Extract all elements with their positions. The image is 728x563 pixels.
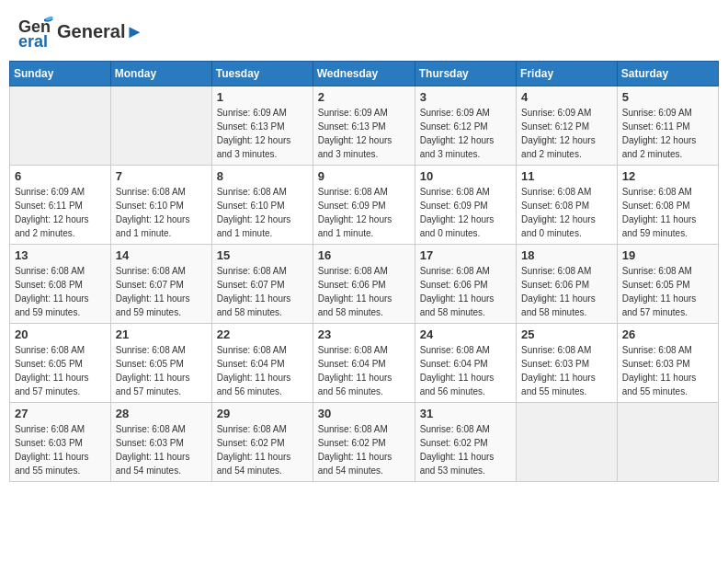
calendar-cell: 19Sunrise: 6:08 AM Sunset: 6:05 PM Dayli…	[617, 245, 718, 324]
day-info: Sunrise: 6:09 AM Sunset: 6:13 PM Dayligh…	[217, 106, 308, 161]
day-number: 15	[217, 248, 308, 262]
day-info: Sunrise: 6:08 AM Sunset: 6:03 PM Dayligh…	[15, 422, 106, 477]
day-number: 8	[217, 169, 308, 183]
day-number: 16	[318, 248, 410, 262]
day-number: 11	[521, 169, 612, 183]
day-info: Sunrise: 6:08 AM Sunset: 6:04 PM Dayligh…	[420, 343, 511, 398]
calendar-cell: 17Sunrise: 6:08 AM Sunset: 6:06 PM Dayli…	[415, 245, 516, 324]
day-info: Sunrise: 6:08 AM Sunset: 6:03 PM Dayligh…	[622, 343, 713, 398]
day-info: Sunrise: 6:08 AM Sunset: 6:05 PM Dayligh…	[15, 343, 106, 398]
day-number: 17	[420, 248, 511, 262]
calendar-cell: 16Sunrise: 6:08 AM Sunset: 6:06 PM Dayli…	[313, 245, 415, 324]
day-number: 18	[521, 248, 612, 262]
calendar-cell: 3Sunrise: 6:09 AM Sunset: 6:12 PM Daylig…	[415, 86, 516, 166]
day-number: 27	[15, 407, 106, 420]
day-number: 2	[318, 90, 410, 104]
day-number: 26	[622, 327, 713, 341]
day-info: Sunrise: 6:08 AM Sunset: 6:06 PM Dayligh…	[420, 264, 511, 319]
weekday-header-wednesday: Wednesday	[313, 62, 415, 86]
day-number: 31	[420, 407, 511, 420]
day-number: 13	[15, 248, 106, 262]
calendar-cell: 8Sunrise: 6:08 AM Sunset: 6:10 PM Daylig…	[211, 166, 313, 245]
calendar-cell: 15Sunrise: 6:08 AM Sunset: 6:07 PM Dayli…	[211, 245, 313, 324]
logo: Gen eral General►	[18, 14, 143, 49]
day-number: 6	[15, 169, 106, 183]
calendar-cell	[110, 86, 211, 166]
day-info: Sunrise: 6:08 AM Sunset: 6:03 PM Dayligh…	[116, 422, 207, 477]
day-number: 3	[420, 90, 511, 104]
day-info: Sunrise: 6:08 AM Sunset: 6:10 PM Dayligh…	[217, 185, 308, 240]
day-info: Sunrise: 6:08 AM Sunset: 6:08 PM Dayligh…	[15, 264, 106, 319]
day-info: Sunrise: 6:08 AM Sunset: 6:10 PM Dayligh…	[116, 185, 207, 240]
calendar-cell: 11Sunrise: 6:08 AM Sunset: 6:08 PM Dayli…	[517, 166, 618, 245]
calendar-cell: 22Sunrise: 6:08 AM Sunset: 6:04 PM Dayli…	[211, 324, 313, 403]
day-number: 10	[420, 169, 511, 183]
calendar-cell: 29Sunrise: 6:08 AM Sunset: 6:02 PM Dayli…	[211, 403, 313, 482]
calendar-cell: 26Sunrise: 6:08 AM Sunset: 6:03 PM Dayli…	[617, 324, 718, 403]
day-number: 29	[217, 407, 308, 420]
calendar-cell: 21Sunrise: 6:08 AM Sunset: 6:05 PM Dayli…	[110, 324, 211, 403]
day-number: 24	[420, 327, 511, 341]
calendar-cell	[617, 403, 718, 482]
calendar-cell: 23Sunrise: 6:08 AM Sunset: 6:04 PM Dayli…	[313, 324, 415, 403]
weekday-header-saturday: Saturday	[617, 62, 718, 86]
logo-icon: Gen eral	[18, 14, 53, 49]
day-number: 25	[521, 327, 612, 341]
day-number: 20	[15, 327, 106, 341]
calendar-cell: 1Sunrise: 6:09 AM Sunset: 6:13 PM Daylig…	[211, 86, 313, 166]
day-number: 1	[217, 90, 308, 104]
calendar-cell: 7Sunrise: 6:08 AM Sunset: 6:10 PM Daylig…	[110, 166, 211, 245]
day-info: Sunrise: 6:08 AM Sunset: 6:05 PM Dayligh…	[622, 264, 713, 319]
day-number: 30	[318, 407, 410, 420]
day-number: 28	[116, 407, 207, 420]
day-info: Sunrise: 6:09 AM Sunset: 6:13 PM Dayligh…	[318, 106, 410, 161]
calendar-cell: 12Sunrise: 6:08 AM Sunset: 6:08 PM Dayli…	[617, 166, 718, 245]
calendar-cell: 10Sunrise: 6:08 AM Sunset: 6:09 PM Dayli…	[415, 166, 516, 245]
calendar-cell	[10, 86, 111, 166]
day-info: Sunrise: 6:08 AM Sunset: 6:07 PM Dayligh…	[217, 264, 308, 319]
day-info: Sunrise: 6:08 AM Sunset: 6:09 PM Dayligh…	[318, 185, 410, 240]
day-info: Sunrise: 6:08 AM Sunset: 6:04 PM Dayligh…	[217, 343, 308, 398]
day-info: Sunrise: 6:08 AM Sunset: 6:06 PM Dayligh…	[318, 264, 410, 319]
calendar-cell: 31Sunrise: 6:08 AM Sunset: 6:02 PM Dayli…	[415, 403, 516, 482]
calendar-table: SundayMondayTuesdayWednesdayThursdayFrid…	[9, 61, 719, 482]
weekday-header-friday: Friday	[517, 62, 618, 86]
day-number: 9	[318, 169, 410, 183]
logo-text-line1: General►	[57, 21, 143, 41]
calendar-cell: 28Sunrise: 6:08 AM Sunset: 6:03 PM Dayli…	[110, 403, 211, 482]
calendar-cell: 6Sunrise: 6:09 AM Sunset: 6:11 PM Daylig…	[10, 166, 111, 245]
weekday-header-thursday: Thursday	[415, 62, 516, 86]
day-number: 5	[622, 90, 713, 104]
day-info: Sunrise: 6:08 AM Sunset: 6:02 PM Dayligh…	[217, 422, 308, 477]
day-info: Sunrise: 6:08 AM Sunset: 6:06 PM Dayligh…	[521, 264, 612, 319]
weekday-header-tuesday: Tuesday	[211, 62, 313, 86]
day-info: Sunrise: 6:09 AM Sunset: 6:11 PM Dayligh…	[622, 106, 713, 161]
day-info: Sunrise: 6:08 AM Sunset: 6:08 PM Dayligh…	[521, 185, 612, 240]
day-info: Sunrise: 6:08 AM Sunset: 6:08 PM Dayligh…	[622, 185, 713, 240]
day-number: 7	[116, 169, 207, 183]
day-number: 4	[521, 90, 612, 104]
day-info: Sunrise: 6:08 AM Sunset: 6:03 PM Dayligh…	[521, 343, 612, 398]
calendar-cell: 30Sunrise: 6:08 AM Sunset: 6:02 PM Dayli…	[313, 403, 415, 482]
day-info: Sunrise: 6:08 AM Sunset: 6:05 PM Dayligh…	[116, 343, 207, 398]
calendar-cell: 14Sunrise: 6:08 AM Sunset: 6:07 PM Dayli…	[110, 245, 211, 324]
day-info: Sunrise: 6:08 AM Sunset: 6:02 PM Dayligh…	[318, 422, 410, 477]
weekday-header-monday: Monday	[110, 62, 211, 86]
day-number: 21	[116, 327, 207, 341]
calendar-cell: 2Sunrise: 6:09 AM Sunset: 6:13 PM Daylig…	[313, 86, 415, 166]
day-number: 14	[116, 248, 207, 262]
calendar-cell: 13Sunrise: 6:08 AM Sunset: 6:08 PM Dayli…	[10, 245, 111, 324]
day-info: Sunrise: 6:08 AM Sunset: 6:04 PM Dayligh…	[318, 343, 410, 398]
day-info: Sunrise: 6:08 AM Sunset: 6:02 PM Dayligh…	[420, 422, 511, 477]
day-number: 22	[217, 327, 308, 341]
calendar-cell: 20Sunrise: 6:08 AM Sunset: 6:05 PM Dayli…	[10, 324, 111, 403]
day-info: Sunrise: 6:08 AM Sunset: 6:09 PM Dayligh…	[420, 185, 511, 240]
day-number: 12	[622, 169, 713, 183]
weekday-header-sunday: Sunday	[10, 62, 111, 86]
page-header: Gen eral General►	[9, 9, 719, 53]
calendar-cell: 18Sunrise: 6:08 AM Sunset: 6:06 PM Dayli…	[517, 245, 618, 324]
calendar-cell: 24Sunrise: 6:08 AM Sunset: 6:04 PM Dayli…	[415, 324, 516, 403]
day-number: 19	[622, 248, 713, 262]
svg-text:eral: eral	[18, 32, 48, 49]
calendar-cell: 27Sunrise: 6:08 AM Sunset: 6:03 PM Dayli…	[10, 403, 111, 482]
